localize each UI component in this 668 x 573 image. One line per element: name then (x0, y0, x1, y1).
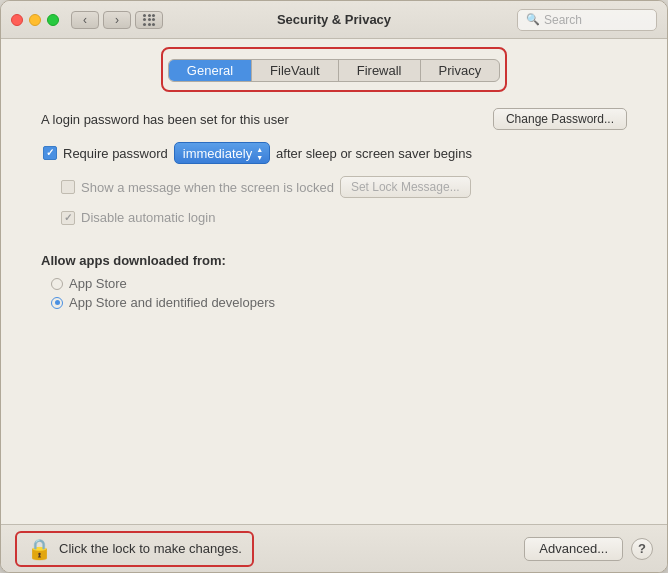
login-password-row: A login password has been set for this u… (41, 108, 627, 130)
titlebar: ‹ › Security & Privacy 🔍 Search (1, 1, 667, 39)
maximize-button[interactable] (47, 14, 59, 26)
grid-icon (143, 14, 155, 26)
grid-button[interactable] (135, 11, 163, 29)
lock-icon: 🔒 (27, 537, 52, 561)
traffic-lights (11, 14, 59, 26)
forward-button[interactable]: › (103, 11, 131, 29)
tab-filevault[interactable]: FileVault (252, 60, 339, 81)
footer-right: Advanced... ? (524, 537, 653, 561)
footer: 🔒 Click the lock to make changes. Advanc… (1, 524, 667, 572)
set-lock-message-button[interactable]: Set Lock Message... (340, 176, 471, 198)
show-message-label: Show a message when the screen is locked (81, 180, 334, 195)
main-content: A login password has been set for this u… (1, 92, 667, 524)
search-box[interactable]: 🔍 Search (517, 9, 657, 31)
disable-auto-login-checkbox[interactable] (61, 211, 75, 225)
security-privacy-window: ‹ › Security & Privacy 🔍 Search General … (0, 0, 668, 573)
minimize-button[interactable] (29, 14, 41, 26)
lock-text: Click the lock to make changes. (59, 541, 242, 556)
search-icon: 🔍 (526, 13, 540, 26)
after-sleep-text: after sleep or screen saver begins (276, 146, 472, 161)
app-store-identified-radio-row: App Store and identified developers (51, 295, 627, 310)
require-password-label: Require password (63, 146, 168, 161)
nav-buttons: ‹ › (71, 11, 131, 29)
disable-auto-login-row: Disable automatic login (61, 210, 627, 225)
require-password-checkbox[interactable] (43, 146, 57, 160)
allow-apps-title: Allow apps downloaded from: (41, 253, 627, 268)
app-store-radio-row: App Store (51, 276, 627, 291)
back-button[interactable]: ‹ (71, 11, 99, 29)
immediately-dropdown[interactable]: immediately ▲ ▼ (174, 142, 270, 164)
advanced-button[interactable]: Advanced... (524, 537, 623, 561)
app-store-identified-radio[interactable] (51, 297, 63, 309)
lock-icon-container: 🔒 (27, 537, 51, 561)
tab-privacy[interactable]: Privacy (421, 60, 500, 81)
window-title: Security & Privacy (277, 12, 391, 27)
tab-firewall[interactable]: Firewall (339, 60, 421, 81)
allow-apps-section: Allow apps downloaded from: App Store Ap… (41, 253, 627, 314)
search-placeholder: Search (544, 13, 582, 27)
app-store-radio[interactable] (51, 278, 63, 290)
tab-general[interactable]: General (169, 60, 252, 81)
tab-group: General FileVault Firewall Privacy (168, 59, 500, 82)
help-button[interactable]: ? (631, 538, 653, 560)
show-message-row: Show a message when the screen is locked… (61, 176, 627, 198)
close-button[interactable] (11, 14, 23, 26)
tab-bar: General FileVault Firewall Privacy (161, 47, 507, 92)
app-store-label: App Store (69, 276, 127, 291)
show-message-checkbox[interactable] (61, 180, 75, 194)
dropdown-arrow-icon: ▲ ▼ (256, 146, 263, 161)
require-password-row: Require password immediately ▲ ▼ after s… (43, 142, 627, 164)
disable-auto-login-label: Disable automatic login (81, 210, 215, 225)
immediately-value: immediately (183, 146, 252, 161)
app-store-identified-label: App Store and identified developers (69, 295, 275, 310)
login-password-text: A login password has been set for this u… (41, 112, 289, 127)
change-password-button[interactable]: Change Password... (493, 108, 627, 130)
lock-section[interactable]: 🔒 Click the lock to make changes. (15, 531, 254, 567)
